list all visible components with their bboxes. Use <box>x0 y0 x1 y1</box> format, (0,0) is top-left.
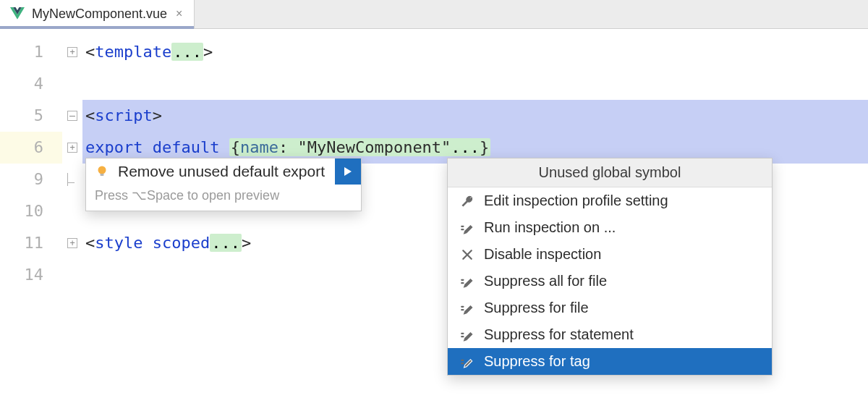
folded-region[interactable]: {name: "MyNewComponent"...} <box>229 138 491 156</box>
inspection-submenu: Unused global symbol Edit inspection pro… <box>447 158 773 376</box>
fold-collapse-icon[interactable] <box>67 111 77 121</box>
submenu-item[interactable]: Disable inspection <box>448 241 772 268</box>
submenu-item-label: Run inspection on ... <box>484 219 616 236</box>
svg-marker-4 <box>344 167 352 176</box>
submenu-item[interactable]: Suppress for file <box>448 295 772 321</box>
lightbulb-icon <box>95 164 109 179</box>
close-tab-icon[interactable]: × <box>174 7 184 20</box>
svg-rect-3 <box>101 174 104 176</box>
pencil-icon <box>459 327 475 343</box>
submenu-item[interactable]: Edit inspection profile setting <box>448 187 772 214</box>
editor-tab[interactable]: MyNewComponent.vue × <box>0 0 195 28</box>
pencil-icon <box>459 274 475 289</box>
line-number: 10 <box>0 195 62 227</box>
line-number: 5 <box>0 100 62 132</box>
vue-file-icon <box>10 7 25 20</box>
intention-expand-button[interactable] <box>335 158 361 185</box>
submenu-item-label: Suppress for file <box>484 300 589 316</box>
wrench-icon <box>459 193 475 209</box>
tab-filename: MyNewComponent.vue <box>32 7 167 22</box>
line-number: 1 <box>0 36 62 68</box>
svg-point-2 <box>98 166 106 174</box>
fold-expand-icon[interactable]: + <box>67 238 77 248</box>
fold-expand-icon[interactable]: + <box>67 47 77 57</box>
submenu-title: Unused global symbol <box>448 158 772 187</box>
intention-action-remove-export[interactable]: Remove unused default export <box>86 158 335 185</box>
submenu-item[interactable]: Suppress all for file <box>448 268 772 295</box>
folded-region[interactable]: ... <box>210 234 242 252</box>
intention-label: Remove unused default export <box>118 163 325 180</box>
submenu-item-label: Edit inspection profile setting <box>484 192 668 209</box>
line-number: 9 <box>0 164 62 195</box>
code-line[interactable] <box>82 68 868 100</box>
submenu-item[interactable]: Run inspection on ... <box>448 214 772 241</box>
submenu-item[interactable]: Suppress for statement <box>448 321 772 348</box>
intention-popup: Remove unused default export Press ⌥Spac… <box>85 158 362 211</box>
line-number: 6 <box>0 132 62 164</box>
pencil-icon <box>459 354 475 370</box>
submenu-item-label: Suppress for tag <box>484 353 590 370</box>
folded-region[interactable]: ... <box>171 43 203 61</box>
line-number: 11 <box>0 227 62 259</box>
code-line[interactable]: <template...> <box>82 36 868 68</box>
code-line[interactable]: <script> <box>82 100 868 132</box>
line-number: 4 <box>0 68 62 100</box>
pencil-icon <box>459 220 475 236</box>
submenu-item-label: Suppress for statement <box>484 326 634 343</box>
pencil-icon <box>459 300 475 316</box>
submenu-item[interactable]: Suppress for tag <box>448 348 772 375</box>
cross-icon <box>459 247 475 263</box>
fold-end-icon[interactable] <box>67 174 77 185</box>
line-number-gutter: 1 4 5 6 9 10 11 14 <box>0 29 62 398</box>
fold-expand-icon[interactable]: + <box>67 143 77 153</box>
submenu-item-label: Suppress all for file <box>484 273 607 289</box>
fold-column: + + + <box>62 29 82 398</box>
submenu-item-label: Disable inspection <box>484 246 601 263</box>
intention-hint: Press ⌥Space to open preview <box>86 185 361 211</box>
tab-bar: MyNewComponent.vue × <box>0 0 868 29</box>
line-number: 14 <box>0 259 62 291</box>
